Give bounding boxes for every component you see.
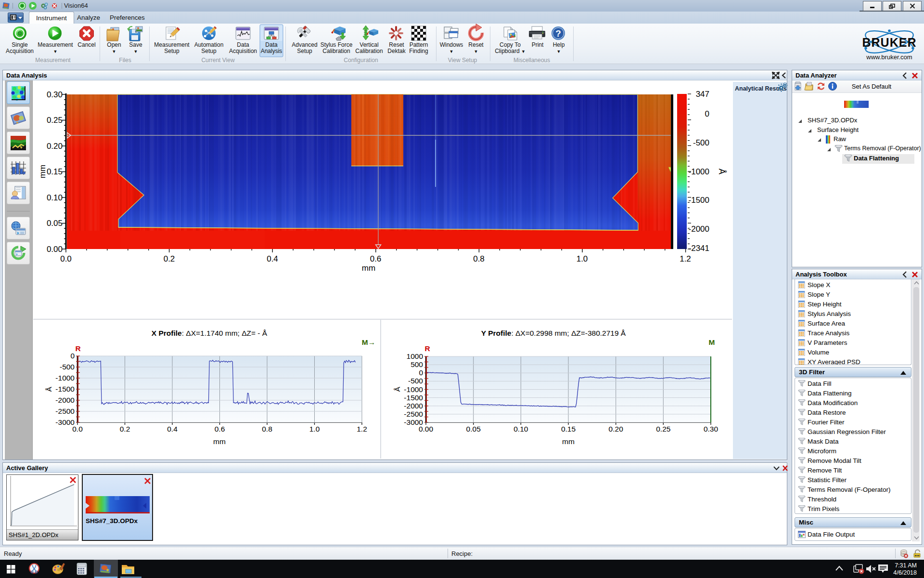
svg-text:R: R	[424, 344, 430, 353]
svg-text:0: 0	[70, 352, 75, 360]
svg-text:-1000: -1000	[55, 374, 75, 382]
svg-text:0.30: 0.30	[47, 90, 63, 99]
svg-text:0.30: 0.30	[704, 425, 719, 433]
svg-text:Å: Å	[717, 169, 727, 174]
svg-text:7:31 AM: 7:31 AM	[895, 562, 917, 569]
svg-text:1.2: 1.2	[680, 254, 691, 263]
svg-text:347: 347	[696, 90, 709, 99]
svg-text:-2341: -2341	[689, 244, 709, 253]
svg-text:1.0: 1.0	[577, 254, 588, 263]
svg-text:0.00: 0.00	[419, 425, 434, 433]
svg-text:0.25: 0.25	[656, 425, 670, 433]
svg-text:-2000: -2000	[55, 396, 75, 404]
svg-text:-2000: -2000	[689, 224, 709, 234]
svg-text:-500: -500	[693, 138, 709, 147]
svg-text:1.0: 1.0	[309, 425, 320, 433]
svg-text:0.8: 0.8	[262, 425, 272, 433]
svg-text:www.bruker.com: www.bruker.com	[866, 53, 912, 61]
svg-text:0.25: 0.25	[47, 116, 63, 125]
svg-text:0.20: 0.20	[609, 425, 624, 433]
svg-text:mm: mm	[562, 437, 575, 446]
svg-text:0.6: 0.6	[370, 254, 382, 263]
svg-text:mm: mm	[213, 437, 226, 446]
svg-text:Y Profile: ΔX=0.2998 mm; ΔZ=-3: Y Profile: ΔX=0.2998 mm; ΔZ=-380.2719 Å	[481, 329, 626, 337]
svg-text:-1500: -1500	[689, 196, 709, 205]
svg-text:BRUKER: BRUKER	[862, 36, 917, 49]
svg-text:0.6: 0.6	[215, 425, 225, 433]
svg-text:0.15: 0.15	[47, 167, 63, 176]
svg-text:0.4: 0.4	[267, 254, 278, 263]
svg-text:0.05: 0.05	[47, 219, 63, 228]
svg-text:-1500: -1500	[55, 385, 75, 393]
svg-text:-1000: -1000	[404, 385, 423, 394]
svg-text:R: R	[75, 344, 80, 353]
svg-text:-2500: -2500	[55, 407, 75, 415]
svg-text:-500: -500	[408, 377, 423, 385]
svg-text:1.2: 1.2	[357, 425, 367, 433]
svg-text:0.4: 0.4	[167, 425, 178, 433]
svg-text:-1500: -1500	[404, 394, 423, 402]
svg-text:Å: Å	[45, 386, 53, 392]
svg-text:1000: 1000	[407, 352, 424, 360]
svg-text:0.8: 0.8	[473, 254, 485, 263]
svg-text:M: M	[709, 338, 715, 346]
svg-text:-1000: -1000	[689, 167, 709, 176]
svg-text:M→: M→	[362, 338, 375, 346]
svg-text:0.0: 0.0	[60, 254, 72, 263]
svg-text:0.15: 0.15	[561, 425, 576, 433]
svg-text:0.00: 0.00	[47, 245, 63, 254]
svg-text:0.0: 0.0	[72, 425, 83, 433]
svg-text:0: 0	[419, 368, 423, 377]
svg-text:?: ?	[555, 28, 561, 39]
svg-text:Å: Å	[393, 386, 401, 392]
svg-text:mm: mm	[362, 263, 375, 273]
svg-text:X Profile: ΔX=1.1740 mm; ΔZ= -: X Profile: ΔX=1.1740 mm; ΔZ= - Å	[152, 329, 268, 337]
svg-text:-2500: -2500	[404, 410, 423, 418]
svg-text:500: 500	[411, 360, 423, 368]
svg-text:0.2: 0.2	[120, 425, 130, 433]
svg-text:0.20: 0.20	[47, 142, 63, 151]
svg-text:4/6/2018: 4/6/2018	[893, 569, 917, 576]
svg-text:0.05: 0.05	[466, 425, 481, 433]
svg-text:-500: -500	[60, 363, 75, 371]
svg-text:0.2: 0.2	[164, 254, 175, 263]
svg-text:0.10: 0.10	[513, 425, 528, 433]
svg-text:-2000: -2000	[404, 402, 423, 410]
svg-text:0: 0	[705, 109, 709, 118]
svg-text:mm: mm	[38, 165, 47, 178]
svg-text:0.10: 0.10	[47, 193, 63, 202]
